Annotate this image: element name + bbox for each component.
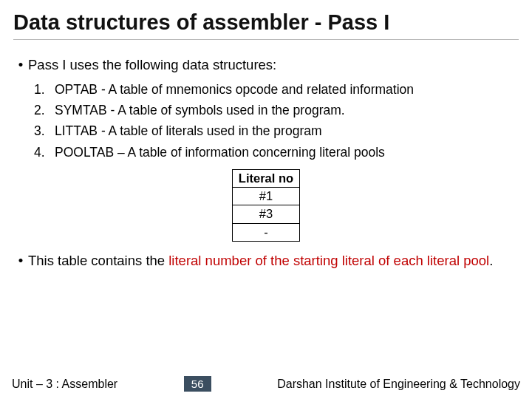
table-cell: - — [232, 223, 299, 241]
list-text: LITTAB - A table of literals used in the… — [55, 123, 519, 139]
closing-suffix: . — [489, 253, 493, 268]
table-cell: #3 — [232, 205, 299, 223]
list-item: 3. LITTAB - A table of literals used in … — [34, 123, 519, 139]
bullet-marker: • — [13, 56, 28, 74]
list-text: SYMTAB - A table of symbols used in the … — [55, 102, 519, 118]
list-item: 2. SYMTAB - A table of symbols used in t… — [34, 102, 519, 118]
closing-highlight: literal number of the starting literal o… — [168, 253, 489, 268]
footer-right: Darshan Institute of Engineering & Techn… — [277, 378, 520, 391]
list-number: 3. — [34, 123, 55, 139]
literal-table: Literal no #1 #3 - — [232, 169, 300, 241]
intro-text: Pass I uses the following data structure… — [28, 56, 519, 74]
bullet-marker: • — [13, 252, 28, 270]
intro-bullet: • Pass I uses the following data structu… — [13, 56, 519, 74]
list-number: 4. — [34, 144, 55, 160]
list-number: 2. — [34, 102, 55, 118]
closing-prefix: This table contains the — [28, 253, 168, 268]
closing-bullet: • This table contains the literal number… — [13, 252, 519, 270]
list-item: 4. POOLTAB – A table of information conc… — [34, 144, 519, 160]
list-text: POOLTAB – A table of information concern… — [55, 144, 519, 160]
table-header: Literal no — [232, 170, 299, 188]
closing-text: This table contains the literal number o… — [28, 252, 519, 270]
slide-title: Data structures of assembler - Pass I — [13, 10, 519, 40]
list-number: 1. — [34, 81, 55, 98]
table-cell: #1 — [232, 188, 299, 205]
slide: Data structures of assembler - Pass I • … — [0, 0, 532, 399]
list-item: 1. OPTAB - A table of mnemonics opcode a… — [34, 81, 519, 98]
footer-left: Unit – 3 : Assembler — [12, 378, 117, 391]
page-number: 56 — [184, 376, 211, 392]
list-text: OPTAB - A table of mnemonics opcode and … — [55, 81, 519, 98]
table-container: Literal no #1 #3 - — [13, 169, 519, 241]
footer: Unit – 3 : Assembler 56 Darshan Institut… — [0, 376, 532, 392]
numbered-list: 1. OPTAB - A table of mnemonics opcode a… — [34, 81, 519, 161]
content-area: • Pass I uses the following data structu… — [13, 40, 519, 269]
